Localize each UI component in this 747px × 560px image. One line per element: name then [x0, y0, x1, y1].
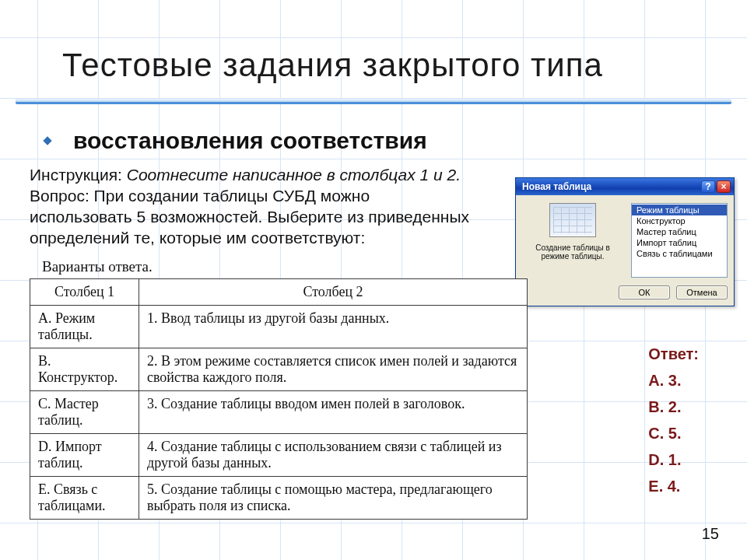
- bullet-icon: [40, 134, 54, 148]
- instruction-label: Инструкция:: [30, 166, 122, 184]
- answers-caption: Варианты ответа.: [0, 249, 747, 278]
- instruction-block: Инструкция: Соотнесите написанное в стол…: [0, 165, 475, 249]
- title-underline: [16, 98, 731, 104]
- answer-table: Столбец 1 Столбец 2 A. Режим таблицы.1. …: [30, 278, 528, 520]
- col2-header: Столбец 2: [139, 278, 528, 305]
- instruction-text: Соотнесите написанное в столбцах 1 и 2.: [127, 166, 461, 184]
- table-row: A. Режим таблицы.1. Ввод таблицы из друг…: [30, 305, 528, 348]
- slide-number: 15: [702, 525, 719, 543]
- table-row: B. Конструктор.2. В этом режиме составля…: [30, 348, 528, 390]
- col1-header: Столбец 1: [30, 278, 139, 305]
- table-row: E. Связь с таблицами.5. Создание таблицы…: [30, 476, 528, 519]
- slide-subtitle: восстановления соответствия: [73, 128, 427, 154]
- question-text: При создании таблицы СУБД можно использо…: [30, 187, 469, 247]
- question-label: Вопрос:: [30, 187, 89, 205]
- table-row: C. Мастер таблиц.3. Создание таблицы вво…: [30, 390, 528, 433]
- slide-title: Тестовые задания закрытого типа: [0, 0, 747, 92]
- table-row: D. Импорт таблиц.4. Создание таблицы с и…: [30, 433, 528, 476]
